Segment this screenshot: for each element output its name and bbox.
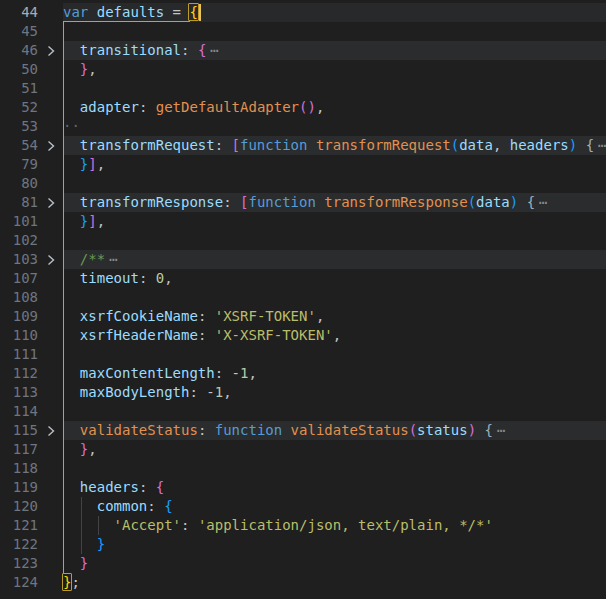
code-line[interactable]: 53·· (0, 117, 606, 136)
code-line[interactable]: 44var defaults = { (0, 3, 606, 22)
code-line[interactable]: 107 timeout: 0, (0, 269, 606, 288)
fold-gutter-space (38, 155, 63, 174)
code-line-content[interactable]: transitional: {⋯ (63, 41, 606, 60)
fold-ellipsis[interactable]: ⋯ (539, 194, 547, 210)
gutter: 121 (0, 516, 63, 535)
code-line-content[interactable]: headers: { (63, 478, 606, 497)
code-line-content[interactable] (63, 459, 606, 478)
code-line-content[interactable]: ·· (63, 117, 606, 136)
fold-chevron-icon[interactable] (38, 421, 63, 440)
code-line[interactable]: 52 adapter: getDefaultAdapter(), (0, 98, 606, 117)
code-line[interactable]: 111 (0, 345, 606, 364)
code-line[interactable]: 118 (0, 459, 606, 478)
line-number: 52 (0, 98, 38, 117)
fold-gutter-space (38, 231, 63, 250)
code-line[interactable]: 112 maxContentLength: -1, (0, 364, 606, 383)
code-token: [ (232, 137, 240, 153)
code-line-content[interactable]: }, (63, 440, 606, 459)
code-line-content[interactable] (63, 402, 606, 421)
code-line[interactable]: 101 }], (0, 212, 606, 231)
code-line-content[interactable]: maxContentLength: -1, (63, 364, 606, 383)
code-line-content[interactable]: transformRequest: [function transformReq… (63, 136, 606, 155)
code-line[interactable]: 103 /**⋯ (0, 250, 606, 269)
code-token: { (188, 3, 198, 21)
code-line[interactable]: 122 } (0, 535, 606, 554)
fold-ellipsis[interactable]: ⋯ (109, 251, 117, 267)
code-line-content[interactable]: }; (63, 573, 606, 592)
code-line[interactable]: 80 (0, 174, 606, 193)
line-number: 114 (0, 402, 38, 421)
fold-ellipsis[interactable]: ⋯ (210, 42, 218, 58)
code-line[interactable]: 51 (0, 79, 606, 98)
code-line[interactable]: 119 headers: { (0, 478, 606, 497)
line-number: 46 (0, 41, 38, 60)
code-line-content[interactable]: common: { (63, 497, 606, 516)
code-token (282, 422, 290, 438)
code-line[interactable]: 117 }, (0, 440, 606, 459)
code-token: { (156, 479, 164, 495)
code-token: 0 (156, 270, 164, 286)
code-line-content[interactable]: }], (63, 212, 606, 231)
code-token: : (215, 137, 232, 153)
code-line-content[interactable]: 'Accept': 'application/json, text/plain,… (63, 516, 606, 535)
code-line-content[interactable] (63, 288, 606, 307)
code-line[interactable]: 123 } (0, 554, 606, 573)
code-line-content[interactable]: transformResponse: [function transformRe… (63, 193, 606, 212)
fold-gutter-space (38, 174, 63, 193)
code-line[interactable]: 45 (0, 22, 606, 41)
code-line[interactable]: 120 common: { (0, 497, 606, 516)
code-line-content[interactable] (63, 174, 606, 193)
fold-chevron-icon[interactable] (38, 41, 63, 60)
code-line-content[interactable]: maxBodyLength: -1, (63, 383, 606, 402)
code-line[interactable]: 79 }], (0, 155, 606, 174)
code-token: transformRequest (80, 137, 215, 153)
fold-chevron-icon[interactable] (38, 193, 63, 212)
fold-chevron-icon[interactable] (38, 136, 63, 155)
code-line[interactable]: 113 maxBodyLength: -1, (0, 383, 606, 402)
line-number: 117 (0, 440, 38, 459)
code-line[interactable]: 110 xsrfHeaderName: 'X-XSRF-TOKEN', (0, 326, 606, 345)
code-line-content[interactable]: }], (63, 155, 606, 174)
code-line[interactable]: 114 (0, 402, 606, 421)
fold-chevron-icon[interactable] (38, 250, 63, 269)
fold-ellipsis[interactable]: ⋯ (497, 422, 505, 438)
code-line-content[interactable]: xsrfCookieName: 'XSRF-TOKEN', (63, 307, 606, 326)
code-line[interactable]: 109 xsrfCookieName: 'XSRF-TOKEN', (0, 307, 606, 326)
fold-gutter-space (38, 478, 63, 497)
code-line-content[interactable]: /**⋯ (63, 250, 606, 269)
code-token: 1 (215, 384, 223, 400)
code-line[interactable]: 115 validateStatus: function validateSta… (0, 421, 606, 440)
code-line-content[interactable]: timeout: 0, (63, 269, 606, 288)
code-token: getDefaultAdapter (156, 99, 299, 115)
code-line-content[interactable]: var defaults = { (63, 3, 606, 22)
code-line[interactable]: 124}; (0, 573, 606, 592)
code-line-content[interactable] (63, 79, 606, 98)
code-token: status (417, 422, 468, 438)
code-token: ) (569, 137, 577, 153)
code-token: headers (510, 137, 569, 153)
code-line[interactable]: 102 (0, 231, 606, 250)
code-line-content[interactable]: adapter: getDefaultAdapter(), (63, 98, 606, 117)
code-token: transitional (80, 42, 181, 58)
code-line-content[interactable]: } (63, 535, 606, 554)
code-line[interactable]: 81 transformResponse: [function transfor… (0, 193, 606, 212)
code-line-content[interactable] (63, 345, 606, 364)
fold-gutter-space (38, 269, 63, 288)
code-line-content[interactable] (63, 22, 606, 41)
code-token (577, 137, 585, 153)
code-line[interactable]: 54 transformRequest: [function transform… (0, 136, 606, 155)
gutter: 109 (0, 307, 63, 326)
code-line-content[interactable]: } (63, 554, 606, 573)
code-token: } (80, 555, 88, 571)
code-line-content[interactable]: xsrfHeaderName: 'X-XSRF-TOKEN', (63, 326, 606, 345)
code-token: function (215, 422, 282, 438)
code-token (63, 422, 80, 438)
code-line-content[interactable] (63, 231, 606, 250)
code-line[interactable]: 50 }, (0, 60, 606, 79)
code-line[interactable]: 121 'Accept': 'application/json, text/pl… (0, 516, 606, 535)
code-line[interactable]: 46 transitional: {⋯ (0, 41, 606, 60)
fold-ellipsis[interactable]: ⋯ (598, 137, 606, 153)
code-line-content[interactable]: validateStatus: function validateStatus(… (63, 421, 606, 440)
code-line[interactable]: 108 (0, 288, 606, 307)
code-line-content[interactable]: }, (63, 60, 606, 79)
